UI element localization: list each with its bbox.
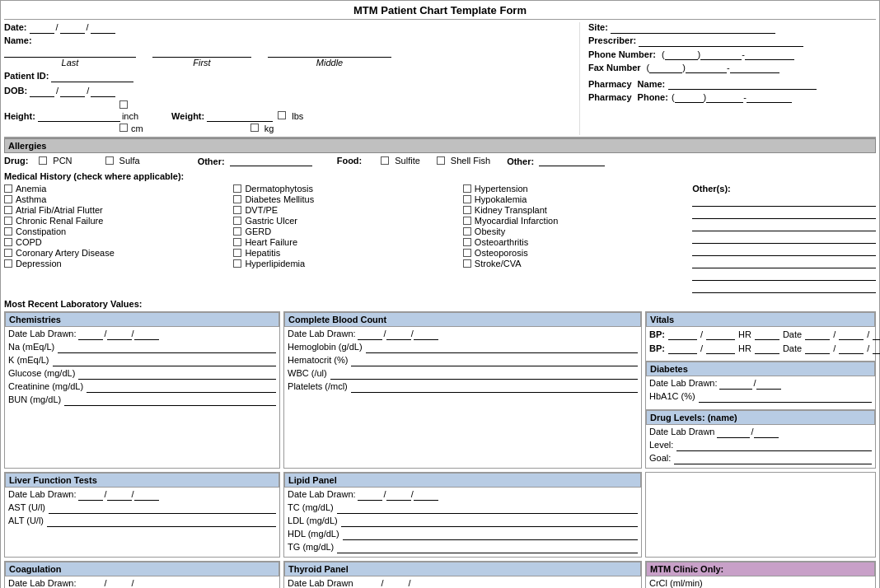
hr1-field[interactable] <box>755 329 779 340</box>
sulfa-checkbox[interactable] <box>105 156 114 165</box>
bp1-sys[interactable] <box>668 329 697 340</box>
lipid-date-d[interactable] <box>386 489 411 501</box>
mh-checkbox[interactable] <box>463 227 471 236</box>
liver-date-m[interactable] <box>78 489 103 501</box>
chem-date-d[interactable] <box>107 329 132 340</box>
fax-number[interactable] <box>730 62 779 73</box>
mh-checkbox[interactable] <box>4 195 12 203</box>
v-date2-m[interactable] <box>805 343 830 354</box>
first-name-field[interactable] <box>152 46 251 58</box>
middle-name-field[interactable] <box>268 46 391 58</box>
other-line[interactable] <box>692 208 876 219</box>
cbc-date-y[interactable] <box>414 329 438 340</box>
fax-prefix[interactable] <box>686 62 727 73</box>
cbc-date-d[interactable] <box>386 329 411 340</box>
dob-day[interactable] <box>60 86 85 97</box>
allergy-other-field[interactable] <box>230 155 312 166</box>
pharmacy-name-field[interactable] <box>668 78 817 90</box>
kg-checkbox[interactable] <box>250 124 259 132</box>
height-field[interactable] <box>38 110 120 122</box>
lab-value-field[interactable] <box>343 529 638 540</box>
diab-date-y[interactable] <box>756 378 781 390</box>
crcl-field[interactable] <box>706 578 772 588</box>
lab-value-field[interactable] <box>674 453 872 464</box>
lab-value-field[interactable] <box>87 381 276 393</box>
lab-value-field[interactable] <box>330 368 638 380</box>
lab-value-field[interactable] <box>53 355 277 366</box>
v-date1-m[interactable] <box>805 329 830 340</box>
lab-value-field[interactable] <box>676 440 872 451</box>
lipid-date-y[interactable] <box>414 489 438 501</box>
lab-value-field[interactable] <box>351 355 638 366</box>
lab-value-field[interactable] <box>366 342 638 353</box>
lab-value-field[interactable] <box>337 502 638 514</box>
bp1-dia[interactable] <box>706 329 735 340</box>
other-line[interactable] <box>692 232 876 244</box>
mh-checkbox[interactable] <box>463 238 471 246</box>
coag-date-m[interactable] <box>78 578 103 588</box>
thyroid-date-d[interactable] <box>384 578 409 588</box>
mh-checkbox[interactable] <box>463 195 471 203</box>
chem-date-m[interactable] <box>78 329 103 340</box>
mh-checkbox[interactable] <box>463 249 471 257</box>
other-line[interactable] <box>692 282 876 293</box>
cm-checkbox[interactable] <box>119 124 128 132</box>
fax-area[interactable] <box>649 62 682 73</box>
date-field2[interactable] <box>60 22 85 34</box>
lab-value-field[interactable] <box>78 368 276 380</box>
mh-checkbox[interactable] <box>233 259 241 268</box>
mh-checkbox[interactable] <box>463 217 471 225</box>
mh-checkbox[interactable] <box>233 217 241 225</box>
mh-checkbox[interactable] <box>233 249 241 257</box>
inch-checkbox[interactable] <box>119 100 128 109</box>
pharm-phone-area[interactable] <box>675 91 704 103</box>
drug-date-m[interactable] <box>717 427 750 438</box>
other-line[interactable] <box>692 245 876 256</box>
cbc-date-m[interactable] <box>358 329 382 340</box>
coag-date-y[interactable] <box>134 578 159 588</box>
patient-id-field[interactable] <box>51 71 133 82</box>
mh-checkbox[interactable] <box>4 249 12 257</box>
v-date1-y[interactable] <box>873 329 880 340</box>
chem-date-y[interactable] <box>134 329 159 340</box>
lab-value-field[interactable] <box>64 394 276 406</box>
mh-checkbox[interactable] <box>4 227 12 236</box>
shellfish-checkbox[interactable] <box>437 156 445 165</box>
mh-checkbox[interactable] <box>233 195 241 203</box>
dob-year[interactable] <box>91 86 115 97</box>
mh-checkbox[interactable] <box>463 206 471 214</box>
phone-number[interactable] <box>745 49 794 60</box>
thyroid-date-y[interactable] <box>411 578 436 588</box>
phone-prefix[interactable] <box>700 49 742 60</box>
food-other-field[interactable] <box>539 155 605 166</box>
liver-date-y[interactable] <box>134 489 159 501</box>
hr2-field[interactable] <box>755 343 779 354</box>
mh-checkbox[interactable] <box>4 259 12 268</box>
mh-checkbox[interactable] <box>463 184 471 193</box>
pcn-checkbox[interactable] <box>39 156 47 165</box>
site-field[interactable] <box>611 22 775 34</box>
drug-date-y[interactable] <box>754 427 779 438</box>
mh-checkbox[interactable] <box>4 184 12 193</box>
other-line[interactable] <box>692 195 876 207</box>
bp2-dia[interactable] <box>706 343 735 354</box>
v-date2-d[interactable] <box>839 343 864 354</box>
lab-value-field[interactable] <box>337 542 638 553</box>
lab-value-field[interactable] <box>341 516 638 527</box>
pharm-phone-number[interactable] <box>747 91 792 103</box>
mh-checkbox[interactable] <box>4 217 12 225</box>
weight-field[interactable] <box>207 110 273 122</box>
mh-checkbox[interactable] <box>233 206 241 214</box>
lab-value-field[interactable] <box>47 516 276 527</box>
other-line[interactable] <box>692 257 876 268</box>
mh-checkbox[interactable] <box>463 259 471 268</box>
mh-checkbox[interactable] <box>4 206 12 214</box>
phone-area[interactable] <box>665 49 698 60</box>
mh-checkbox[interactable] <box>4 238 12 246</box>
coag-date-d[interactable] <box>107 578 132 588</box>
date-field[interactable] <box>30 22 54 34</box>
other-line[interactable] <box>692 269 876 281</box>
other-line[interactable] <box>692 220 876 231</box>
lab-value-field[interactable] <box>58 342 276 353</box>
mh-checkbox[interactable] <box>233 227 241 236</box>
